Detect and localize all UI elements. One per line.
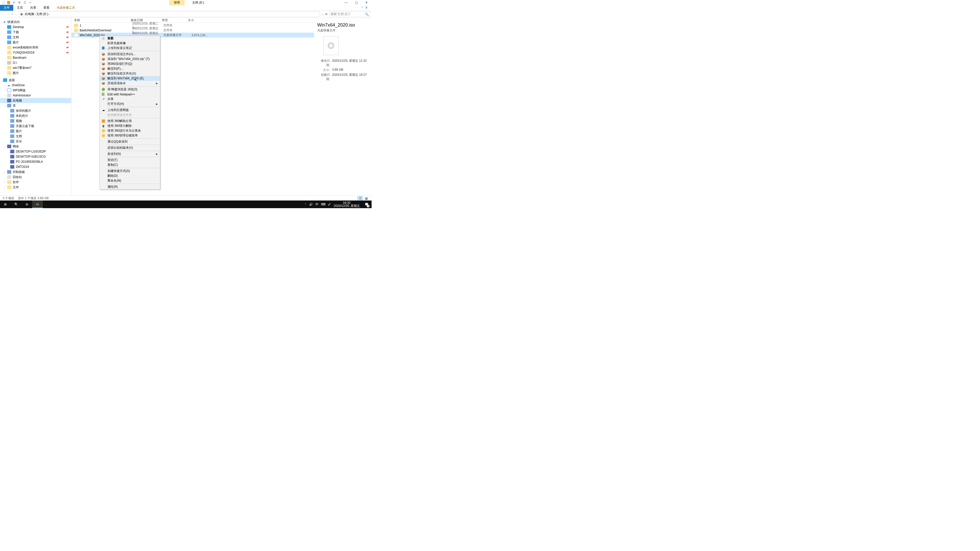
- breadcrumb[interactable]: 🖥 › 此电脑 › 文档 (E:) ›: [19, 11, 320, 17]
- tree-files[interactable]: ›文件: [0, 185, 71, 190]
- nav-recent-dropdown[interactable]: ▾: [12, 13, 13, 16]
- tree-lib-pics[interactable]: 图片: [0, 129, 71, 134]
- context-menu-item[interactable]: 刻录光盘映像: [100, 41, 160, 46]
- tree-images[interactable]: 图片: [0, 70, 71, 76]
- context-menu-item[interactable]: 📦解压到 Win7x64_2020\ (E): [100, 76, 160, 81]
- context-menu-item[interactable]: 删除(D): [100, 173, 160, 178]
- context-menu-item[interactable]: 💿装载: [100, 36, 160, 41]
- context-menu-item[interactable]: 属性(R): [100, 184, 160, 189]
- help-button[interactable]: ?: [365, 6, 372, 10]
- context-menu-item[interactable]: 🟡使用 360管理右键菜单: [100, 133, 160, 138]
- context-menu-item[interactable]: 📦添加到压缩文件(A)...: [100, 52, 160, 57]
- view-details-button[interactable]: ☰: [357, 196, 363, 201]
- ribbon-tab-home[interactable]: 主页: [13, 5, 27, 11]
- nav-up-button[interactable]: ↑: [15, 13, 17, 16]
- ribbon-tab-iso-tools[interactable]: 光盘映像工具: [53, 5, 79, 11]
- qat-icon-1[interactable]: 📄: [1, 0, 6, 5]
- tree-quick-access[interactable]: ⌄★快速访问: [0, 19, 71, 24]
- nav-forward-button[interactable]: →: [6, 13, 10, 16]
- tree-win7-folder[interactable]: win7重装win7: [0, 65, 71, 70]
- qat-open-icon[interactable]: ✔: [12, 0, 16, 5]
- address-dropdown-icon[interactable]: ⌄: [321, 13, 324, 16]
- breadcrumb-pc[interactable]: 此电脑: [25, 12, 34, 16]
- minimize-button[interactable]: —: [341, 0, 351, 5]
- tree-pictures[interactable]: 图片📌: [0, 40, 71, 45]
- context-menu-item[interactable]: 还原以前的版本(V): [100, 145, 160, 150]
- task-view-button[interactable]: ⧉: [21, 200, 32, 208]
- context-menu-item[interactable]: 重命名(M): [100, 178, 160, 183]
- search-button[interactable]: 🔍: [11, 200, 21, 208]
- qat-book-icon[interactable]: 📙: [6, 0, 11, 5]
- tree-network[interactable]: ⌄网络: [0, 144, 71, 149]
- context-menu-item[interactable]: 🗑使用 360强力删除: [100, 124, 160, 128]
- view-icons-button[interactable]: ▦: [363, 196, 369, 201]
- tree-yunqishi[interactable]: YUNQISHI2019📌: [0, 50, 71, 55]
- tray-input-icon[interactable]: 🖊: [328, 203, 331, 206]
- qat-properties-icon[interactable]: ☰: [22, 0, 27, 5]
- tree-soft[interactable]: ›软件: [0, 179, 71, 185]
- context-menu-item[interactable]: 📦添加到 "Win7x64_2020.zip" (T): [100, 57, 160, 62]
- context-menu-item[interactable]: 复制(C): [100, 162, 160, 167]
- context-menu-item[interactable]: 📗Edit with Notepad++: [100, 92, 160, 97]
- file-row[interactable]: BaiduNetdiskDownload 2020/12/25, 星期五 1..…: [72, 28, 314, 33]
- tray-expand-icon[interactable]: ⌃: [304, 203, 307, 206]
- tree-wps[interactable]: ›WPS网盘: [0, 88, 71, 93]
- explorer-taskbar-button[interactable]: 🗂: [32, 200, 43, 208]
- tree-saved-pics[interactable]: 保存的图片: [0, 108, 71, 113]
- tree-tianyi[interactable]: 天翼云盘下载: [0, 124, 71, 129]
- context-menu-item[interactable]: 📘上传到有道云笔记: [100, 46, 160, 51]
- file-row[interactable]: 1 2020/12/15, 星期二 1... 文件夹: [72, 23, 314, 28]
- context-menu-item[interactable]: 通过QQ发送到: [100, 139, 160, 144]
- tree-control-panel[interactable]: ›控制面板: [0, 169, 71, 175]
- tree-desktop-root[interactable]: ⌄桌面: [0, 78, 71, 83]
- col-size[interactable]: 大小: [185, 18, 204, 22]
- ribbon-tab-file[interactable]: 文件: [0, 5, 13, 11]
- tree-camera-roll[interactable]: 本机照片: [0, 113, 71, 118]
- context-menu-item[interactable]: 📦解压到当前文件夹(X): [100, 71, 160, 76]
- context-menu-item[interactable]: 📦其他压缩命令▶: [100, 81, 160, 86]
- context-menu-item[interactable]: 🟢用 蜂蜜浏览器 浏览(3): [100, 87, 160, 92]
- tree-libraries[interactable]: ⌄库: [0, 103, 71, 108]
- nav-back-button[interactable]: ←: [2, 13, 5, 16]
- start-button[interactable]: ⊞: [0, 200, 11, 208]
- tree-this-pc[interactable]: ›此电脑: [0, 98, 71, 103]
- refresh-icon[interactable]: ⟳: [325, 13, 328, 16]
- context-menu-item[interactable]: 发送到(N)▶: [100, 151, 160, 156]
- context-menu-item[interactable]: 剪切(T): [100, 158, 160, 162]
- tree-desktop[interactable]: Desktop📌: [0, 24, 71, 30]
- context-menu-item[interactable]: 🟡使用 360进行木马云查杀: [100, 128, 160, 133]
- context-menu-item[interactable]: ☁上传到百度网盘: [100, 108, 160, 113]
- tree-lib-docs[interactable]: 文档: [0, 134, 71, 139]
- breadcrumb-drive[interactable]: 文档 (E:): [36, 12, 48, 16]
- qat-dropdown-icon[interactable]: ▾: [28, 0, 32, 5]
- tree-net3[interactable]: PC-20190530OBLA: [0, 159, 71, 164]
- ribbon-expand-icon[interactable]: ⌃: [361, 6, 365, 10]
- ribbon-tab-share[interactable]: 共享: [27, 5, 40, 11]
- tray-volume-icon[interactable]: 🔊: [309, 203, 313, 206]
- tray-clock[interactable]: 16:32 2020/12/25, 星期五: [334, 201, 360, 207]
- tree-videos[interactable]: 视频: [0, 118, 71, 124]
- tray-keyboard-icon[interactable]: ⌨: [321, 203, 325, 206]
- tree-gdrive[interactable]: G:\: [0, 60, 71, 65]
- col-name[interactable]: 名称: [72, 18, 128, 22]
- tree-excel-folder[interactable]: excel表格制作求和📌: [0, 45, 71, 50]
- tree-recycle[interactable]: 回收站: [0, 175, 71, 179]
- context-menu-item[interactable]: 📦用360压缩打开(Q): [100, 62, 160, 66]
- context-menu-item[interactable]: 🟧使用 360解除占用: [100, 119, 160, 124]
- maximize-button[interactable]: ▢: [351, 0, 361, 5]
- context-menu-item[interactable]: 📦解压到(F)...: [100, 66, 160, 71]
- tree-downloads[interactable]: 下载📌: [0, 30, 71, 35]
- search-input[interactable]: 搜索"文档 (E:)" 🔍: [329, 11, 370, 17]
- context-menu-item[interactable]: 创建快捷方式(S): [100, 168, 160, 173]
- tray-notifications[interactable]: 💬3: [363, 200, 371, 208]
- ribbon-tab-view[interactable]: 查看: [40, 5, 53, 11]
- qat-delete-icon[interactable]: ✕: [17, 0, 22, 5]
- tree-net1[interactable]: DESKTOP-LSSOEDP: [0, 149, 71, 154]
- tree-onedrive[interactable]: ›☁OneDrive: [0, 83, 71, 88]
- tree-admin[interactable]: ›Administrator: [0, 93, 71, 98]
- close-button[interactable]: ✕: [361, 0, 372, 5]
- tree-bandicam[interactable]: Bandicam: [0, 55, 71, 60]
- tree-documents[interactable]: 文档📌: [0, 35, 71, 40]
- tree-net4[interactable]: ZMT2019: [0, 164, 71, 169]
- tree-lib-music[interactable]: 音乐: [0, 139, 71, 144]
